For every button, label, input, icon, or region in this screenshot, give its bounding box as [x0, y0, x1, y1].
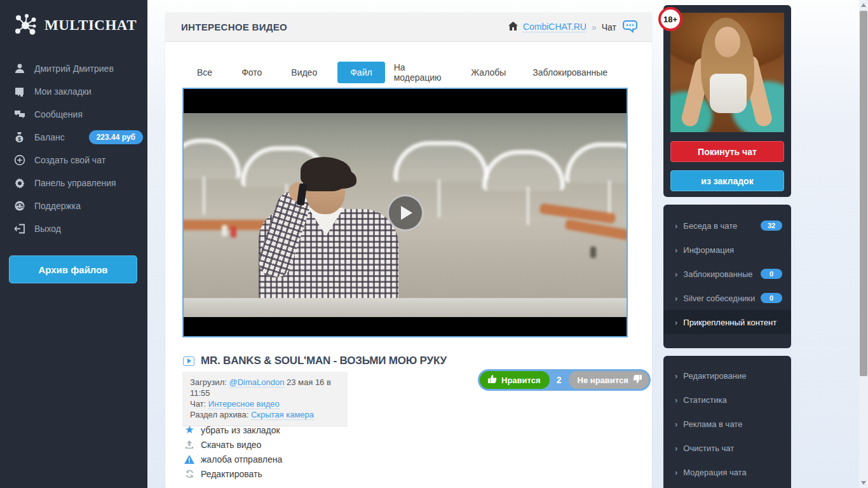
tab-complaints[interactable]: Жалобы	[462, 62, 515, 83]
sidebar-item-profile[interactable]: Дмитрий Дмитриев	[0, 57, 147, 80]
download-icon	[184, 440, 195, 449]
chevron-right-icon: ›	[675, 221, 677, 231]
svg-text:$: $	[18, 136, 21, 142]
chat-bubbles-icon[interactable]	[621, 19, 638, 35]
breadcrumb-current: Чат	[602, 22, 616, 32]
menu-item-silver-members[interactable]: › Silver собеседники 0	[663, 286, 791, 310]
logout-icon	[14, 224, 34, 234]
breadcrumb-site-link[interactable]: CombiCHAT.RU	[523, 22, 587, 32]
chevron-right-icon: ›	[675, 371, 677, 381]
chat-promo-panel: 18+ Покинуть чат из закладок	[663, 5, 791, 197]
menu-item-chat-moderation[interactable]: › Модерация чата	[663, 460, 791, 484]
thumb-down-icon	[633, 374, 642, 386]
scrollbar-thumb[interactable]	[860, 11, 867, 376]
video-title: MR. BANKS & SOUL'MAN - ВОЗЬМИ МОЮ РУКУ	[201, 355, 447, 367]
tab-group-left: Все Фото Видео Файл	[188, 62, 385, 83]
play-icon	[401, 206, 412, 220]
info-uploader-line: Загрузил: @DimaLondon 23 мая 16 в 11:55	[190, 377, 340, 398]
count-badge: 0	[761, 293, 782, 303]
video-actions: ★ убрать из закладок Скачать видео жалоб…	[184, 423, 282, 481]
chevron-right-icon: ›	[675, 294, 677, 303]
sidebar-item-label: Панель управления	[34, 178, 116, 188]
leave-chat-button[interactable]: Покинуть чат	[670, 141, 784, 162]
chevron-right-icon: ›	[675, 269, 677, 279]
scrollbar-up-icon[interactable]	[859, 0, 868, 10]
money-bag-icon: $	[14, 132, 34, 143]
bookmark-icon	[14, 86, 34, 97]
chevron-right-icon: ›	[675, 318, 677, 327]
like-button[interactable]: Нравится	[480, 371, 550, 389]
video-play-badge-icon	[183, 356, 194, 366]
tab-moderation[interactable]: На модерацию	[385, 57, 454, 88]
menu-item-statistics[interactable]: › Статистика	[663, 388, 791, 412]
home-icon[interactable]	[508, 22, 518, 32]
scrollbar-down-icon[interactable]	[859, 478, 868, 488]
menu-item-chat-ads[interactable]: › Реклама в чате	[663, 412, 791, 436]
chat-admin-panel: › Редактирование › Статистика › Реклама …	[663, 356, 791, 488]
like-bar: Нравится 2 Не нравится	[478, 369, 651, 391]
main-content-card: ИНТЕРЕСНОЕ ВИДЕО CombiCHAT.RU » Чат Все …	[165, 13, 652, 488]
sidebar-item-label: Создать свой чат	[34, 155, 105, 165]
menu-item-blocked[interactable]: › Заблокированные 0	[663, 262, 791, 286]
page: MULTICHAT Дмитрий Дмитриев Мои закладки …	[0, 0, 868, 488]
menu-item-conversation[interactable]: › Беседа в чате 32	[663, 214, 791, 238]
sidebar-item-create-chat[interactable]: Создать свой чат	[0, 149, 147, 172]
sidebar-menu: Дмитрий Дмитриев Мои закладки Сообщения …	[0, 57, 147, 240]
tab-photo[interactable]: Фото	[233, 62, 271, 83]
sidebar-item-messages[interactable]: Сообщения	[0, 103, 147, 126]
archive-section-link[interactable]: Скрытая камера	[251, 410, 314, 420]
video-player[interactable]	[182, 88, 628, 337]
molecule-logo-icon	[13, 11, 38, 39]
play-button[interactable]	[387, 194, 424, 231]
action-complaint-sent[interactable]: жалоба отправлена	[184, 452, 282, 466]
action-edit[interactable]: Редактировать	[184, 466, 282, 481]
chevron-right-icon: ›	[675, 444, 677, 453]
chevron-right-icon: ›	[675, 245, 677, 255]
page-scrollbar[interactable]	[859, 0, 868, 488]
breadcrumb: CombiCHAT.RU » Чат	[508, 19, 638, 35]
sidebar-item-logout[interactable]: Выход	[0, 217, 147, 240]
action-remove-bookmark[interactable]: ★ убрать из закладок	[184, 423, 282, 437]
plus-circle-icon	[14, 154, 34, 166]
edit-icon	[184, 470, 195, 478]
tab-all[interactable]: Все	[188, 62, 221, 83]
thumb-up-icon	[487, 374, 497, 386]
chat-menu-panel: › Беседа в чате 32 › Информация › Заблок…	[663, 205, 791, 348]
archive-files-button[interactable]: Архив файлов	[9, 255, 137, 283]
menu-item-pinned-content[interactable]: › Прикрепленный контент	[663, 310, 791, 334]
chevron-right-icon: ›	[675, 395, 677, 405]
sidebar-item-label: Сообщения	[34, 109, 83, 119]
star-icon: ★	[184, 424, 195, 435]
menu-item-information[interactable]: › Информация	[663, 238, 791, 262]
tab-video[interactable]: Видео	[282, 62, 326, 83]
sidebar-item-label: Баланс	[34, 132, 65, 142]
chevron-right-icon: ›	[675, 419, 677, 429]
promo-photo[interactable]	[670, 13, 784, 132]
count-badge: 32	[761, 220, 782, 231]
brand-logo[interactable]: MULTICHAT	[0, 0, 147, 39]
warning-icon	[184, 455, 195, 464]
menu-item-clear-chat[interactable]: › Очистить чат	[663, 436, 791, 460]
tab-file[interactable]: Файл	[337, 62, 384, 83]
from-bookmarks-button[interactable]: из закладок	[670, 170, 784, 191]
sidebar-item-bookmarks[interactable]: Мои закладки	[0, 80, 147, 103]
sidebar-item-control-panel[interactable]: Панель управления	[0, 172, 147, 194]
page-title: ИНТЕРЕСНОЕ ВИДЕО	[181, 22, 287, 32]
sidebar-item-balance[interactable]: $ Баланс 223.44 руб	[0, 126, 147, 149]
sidebar-item-label: Поддержка	[34, 201, 81, 211]
dislike-button[interactable]: Не нравится	[569, 371, 649, 389]
action-download-video[interactable]: Скачать видео	[184, 437, 282, 452]
uploader-link[interactable]: @DimaLondon	[229, 377, 284, 388]
sidebar-item-label: Мои закладки	[34, 86, 92, 97]
count-badge: 0	[761, 269, 782, 279]
sidebar-item-support[interactable]: Поддержка	[0, 194, 147, 217]
support-icon	[14, 200, 34, 212]
chat-link[interactable]: Интересное видео	[208, 399, 280, 409]
chevron-right-icon: ›	[675, 468, 677, 477]
menu-item-editing[interactable]: › Редактирование	[663, 363, 791, 388]
info-section-line: Раздел архива: Скрытая камера	[190, 409, 340, 420]
user-icon	[14, 63, 34, 74]
tab-blocked[interactable]: Заблокированные	[524, 62, 616, 83]
balance-badge: 223.44 руб	[89, 130, 143, 144]
info-chat-line: Чат: Интересное видео	[190, 398, 340, 409]
